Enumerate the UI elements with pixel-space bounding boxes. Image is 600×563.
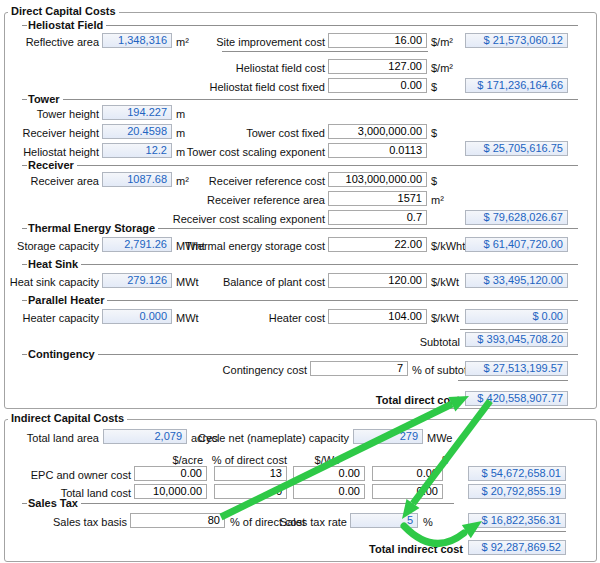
heliostat-field-cost-label: Heliostat field cost — [125, 62, 325, 75]
tes-cost-input[interactable]: 22.00 — [328, 237, 427, 252]
sales-tax-rate-label: Sales tax rate — [250, 516, 347, 529]
site-improvement-cost-input[interactable]: 16.00 — [328, 33, 427, 48]
subtotal-value: $ 393,045,708.20 — [465, 332, 568, 347]
receiver-area-label: Receiver area — [0, 175, 99, 188]
section-sales-tax-label: Sales Tax — [27, 497, 81, 509]
indirect-capital-costs-title: Indirect Capital Costs — [8, 412, 127, 424]
tower-scaling-exponent-label: Tower cost scaling exponent — [125, 146, 325, 159]
heat-sink-capacity-label: Heat sink capacity — [0, 276, 99, 289]
tower-height-label: Tower height — [0, 108, 99, 121]
receiver-reference-area-input[interactable]: 1571 — [328, 191, 427, 206]
heliostat-field-cost-unit: $/m² — [431, 62, 453, 75]
land-cost-total-value: $ 20,792,855.19 — [468, 484, 566, 499]
epc-fixed-input[interactable]: 0.00 — [372, 466, 443, 481]
epc-total-value: $ 54,672,658.01 — [468, 466, 566, 481]
storage-capacity-label: Storage capacity — [0, 240, 99, 253]
section-heliostat-field: Heliostat Field — [22, 19, 578, 31]
tower-cost-fixed-label: Tower cost fixed — [125, 127, 325, 140]
receiver-reference-cost-input[interactable]: 103,000,000.00 — [328, 172, 427, 187]
tower-cost-fixed-input[interactable]: 3,000,000.00 — [328, 124, 427, 139]
capital-costs-page: Direct Capital Costs Heliostat Field Ref… — [0, 0, 600, 563]
heliostat-height-label: Heliostat height — [0, 146, 99, 159]
heater-capacity-label: Heater capacity — [0, 312, 99, 325]
section-parallel-heater-label: Parallel Heater — [27, 294, 107, 306]
heliostat-field-cost-input[interactable]: 127.00 — [328, 59, 427, 74]
tower-height-unit: m — [176, 108, 185, 121]
total-indirect-cost-label: Total indirect cost — [300, 543, 463, 556]
site-improvement-cost-label: Site improvement cost — [125, 36, 325, 49]
total-direct-cost-value: $ 420,558,907.77 — [465, 391, 568, 406]
section-parallel-heater: Parallel Heater — [22, 294, 578, 306]
tower-cost-fixed-unit: $ — [431, 127, 437, 140]
tes-total-value: $ 61,407,720.00 — [465, 237, 568, 252]
heliostat-separator-line — [222, 51, 428, 52]
heater-total-value: $ 0.00 — [465, 309, 568, 324]
tes-cost-label: Thermal energy storage cost — [125, 240, 325, 253]
receiver-reference-cost-label: Receiver reference cost — [125, 175, 325, 188]
sales-tax-rate-field: 5 — [350, 513, 418, 528]
total-land-area-label: Total land area — [0, 432, 99, 445]
epc-per-acre-input[interactable]: 0.00 — [134, 466, 207, 481]
receiver-height-label: Receiver height — [0, 127, 99, 140]
contingency-cost-input[interactable]: 7 — [310, 361, 408, 376]
section-heat-sink: Heat Sink — [22, 258, 578, 270]
section-receiver-label: Receiver — [27, 159, 77, 171]
receiver-reference-cost-unit: $ — [431, 175, 437, 188]
sales-tax-basis-label: Sales tax basis — [20, 516, 127, 529]
balance-of-plant-cost-unit: $/kWt — [431, 276, 459, 289]
contingency-total-value: $ 27,513,199.57 — [465, 361, 568, 376]
contingency-cost-label: Contingency cost — [107, 364, 307, 377]
total-indirect-cost-value: $ 92,287,869.52 — [468, 540, 566, 555]
epc-pct-direct-input[interactable]: 13 — [214, 466, 287, 481]
section-heat-sink-label: Heat Sink — [27, 258, 81, 270]
site-improvement-total-value: $ 21,573,060.12 — [465, 33, 568, 48]
heliostat-field-cost-fixed-input[interactable]: 0.00 — [328, 78, 427, 93]
section-tes-label: Thermal Energy Storage — [27, 222, 158, 234]
heater-cost-label: Heater cost — [125, 312, 325, 325]
nameplate-capacity-field: 279 — [353, 429, 423, 444]
heater-cost-unit: $/kWt — [431, 312, 459, 325]
balance-of-plant-cost-input[interactable]: 120.00 — [328, 273, 427, 288]
section-sales-tax: Sales Tax — [22, 497, 454, 509]
direct-capital-costs-title: Direct Capital Costs — [8, 5, 119, 17]
section-contingency-label: Contingency — [27, 348, 98, 360]
site-improvement-cost-unit: $/m² — [431, 36, 453, 49]
section-tes: Thermal Energy Storage — [22, 222, 578, 234]
sales-tax-rate-unit: % — [423, 516, 433, 529]
section-heliostat-field-label: Heliostat Field — [27, 19, 106, 31]
heater-cost-input[interactable]: 104.00 — [328, 309, 427, 324]
sales-tax-basis-input[interactable]: 80 — [130, 513, 225, 528]
heliostat-field-total-value: $ 171,236,164.66 — [465, 78, 568, 93]
section-tower-label: Tower — [27, 93, 63, 105]
total-indirect-separator-line — [468, 531, 566, 532]
sales-tax-total-value: $ 16,822,356.31 — [468, 513, 566, 528]
tower-scaling-exponent-input[interactable]: 0.0113 — [328, 143, 427, 158]
balance-of-plant-cost-label: Balance of plant cost — [125, 276, 325, 289]
total-direct-cost-label: Total direct cost — [260, 394, 460, 407]
tower-height-field: 194.227 — [102, 105, 172, 120]
total-direct-separator-line — [458, 380, 568, 381]
epc-owner-cost-label: EPC and owner cost — [0, 469, 131, 482]
nameplate-capacity-label: Cycle net (nameplate) capacity — [150, 432, 349, 445]
receiver-reference-area-label: Receiver reference area — [125, 194, 325, 207]
reflective-area-label: Reflective area — [0, 36, 99, 49]
subtotal-separator-line — [460, 329, 568, 330]
receiver-reference-area-unit: m² — [431, 194, 444, 207]
epc-per-we-input[interactable]: 0.00 — [293, 466, 365, 481]
section-receiver: Receiver — [22, 159, 578, 171]
nameplate-capacity-unit: MWe — [427, 432, 452, 445]
heat-sink-total-value: $ 33,495,120.00 — [465, 273, 568, 288]
section-contingency: Contingency — [22, 348, 578, 360]
tes-cost-unit: $/kWht — [431, 240, 465, 253]
tower-total-value: $ 25,705,616.75 — [465, 141, 568, 156]
section-tower: Tower — [22, 93, 578, 105]
